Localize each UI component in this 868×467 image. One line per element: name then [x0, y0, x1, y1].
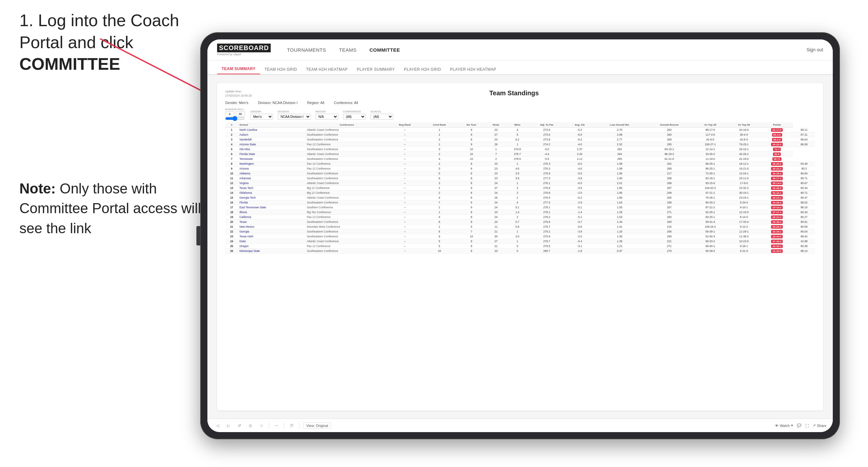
cell-18-8: 278.2 — [528, 215, 565, 220]
cell-24-13: 9-18-1 — [727, 244, 761, 249]
cell-0-8: 273.5 — [528, 128, 565, 132]
nav-teams[interactable]: TEAMS — [339, 45, 356, 54]
cell-7-12: 86-25-1 — [693, 161, 727, 166]
cell-18-2: Pac-12 Conference — [306, 215, 388, 220]
toolbar-menu[interactable]: ⋯ — [273, 422, 280, 429]
cell-10-1: Arkansas — [238, 176, 306, 181]
watch-btn[interactable]: 👁 Watch ▾ — [775, 424, 793, 428]
cell-7-14: 39-20-1 — [761, 161, 793, 166]
cell-4-12: 12-14-1 — [693, 147, 727, 152]
cell-23-12: 90-33-2 — [693, 239, 727, 244]
nav-committee[interactable]: COMMITTEE — [370, 45, 400, 54]
toolbar-forward[interactable]: ▷ — [225, 422, 232, 429]
cell-7-6: 23 — [486, 161, 506, 166]
subnav-player-summary[interactable]: PLAYER SUMMARY — [352, 65, 400, 74]
cell-13-7: 2 — [506, 191, 528, 195]
cell-22-1: Texas A&M — [238, 234, 306, 239]
cell-7-0: 8 — [225, 161, 238, 166]
cell-25-2: Southeastern Conference — [306, 249, 388, 253]
min-slider[interactable] — [225, 117, 245, 120]
cell-2-7: 6.2 — [506, 137, 528, 142]
col-overall: Overall Record — [645, 122, 693, 128]
cell-10-0: 11 — [225, 176, 238, 181]
watch-label: Watch — [780, 424, 790, 428]
subnav-player-h2h-grid[interactable]: PLAYER H2H GRID — [399, 65, 445, 74]
cell-15-11: 258 — [645, 200, 693, 205]
cell-23-3: – — [388, 239, 422, 244]
cell-9-0: 10 — [225, 171, 238, 176]
cell-10-5: 8 — [458, 176, 486, 181]
fullscreen-btn[interactable]: ⛶ — [805, 424, 809, 428]
school-select[interactable]: (All) — [371, 114, 393, 120]
nav-tournaments[interactable]: TOURNAMENTS — [287, 45, 326, 54]
cell-11-1: Virginia — [238, 181, 306, 186]
cell-8-3: – — [388, 166, 422, 171]
cell-12-10: 1.85 — [594, 186, 645, 191]
cell-19-11: 269 — [645, 220, 693, 224]
toolbar-clock[interactable]: ⏱ — [288, 422, 295, 429]
view-original-btn[interactable]: View: Original — [303, 423, 331, 429]
cell-2-0: 3 — [225, 137, 238, 142]
cell-1-9: -6.0 — [565, 132, 594, 137]
sign-out[interactable]: Sign out — [807, 47, 823, 52]
cell-21-15: 80.54 — [793, 229, 815, 234]
cell-7-1: Washington — [238, 161, 306, 166]
cell-6-2: Southeastern Conference — [306, 157, 388, 161]
cell-14-9: -6.2 — [565, 195, 594, 200]
cell-11-14: 35-14-0 — [761, 181, 793, 186]
cell-9-5: 8 — [458, 171, 486, 176]
side-handle — [196, 226, 200, 245]
cell-13-15: 80.71 — [793, 191, 815, 195]
toolbar-refresh[interactable]: ↺ — [236, 422, 243, 429]
cell-25-3: – — [388, 249, 422, 253]
cell-3-14: 43-23-1 — [761, 142, 793, 147]
comment-btn[interactable]: 💬 — [797, 424, 802, 428]
toolbar-bookmark[interactable]: ☆ — [258, 422, 265, 429]
subnav-team-summary[interactable]: TEAM SUMMARY — [217, 64, 260, 74]
table-row: 19CaliforniaPac-12 Conference–48242278.2… — [225, 215, 815, 220]
subnav-team-h2h-heatmap[interactable]: TEAM H2H HEATMAP — [301, 65, 352, 74]
cell-20-10: 1.41 — [594, 224, 645, 229]
cell-23-2: Atlantic Coast Conference — [306, 239, 388, 244]
region-select[interactable]: N/A — [316, 114, 338, 120]
cell-0-12: 88-17-0 — [693, 128, 727, 132]
gender-select[interactable]: Men's — [250, 114, 273, 120]
cell-16-2: Southern Conference — [306, 205, 388, 210]
cell-15-7: 4 — [506, 200, 528, 205]
conference-select[interactable]: (All) — [343, 114, 366, 120]
cell-24-3: – — [388, 244, 422, 249]
cell-6-13: 41-19-0 — [727, 157, 761, 161]
cell-15-4: 7 — [422, 200, 458, 205]
cell-6-8: -5.5 — [528, 157, 565, 161]
cell-16-13: 9-10-1 — [727, 205, 761, 210]
toolbar-home[interactable]: ⊙ — [247, 422, 254, 429]
cell-11-11: 268 — [645, 181, 693, 186]
subnav-team-h2h-grid[interactable]: TEAM H2H GRID — [260, 65, 302, 74]
cell-17-10: 1.28 — [594, 210, 645, 215]
cell-2-4: 2 — [422, 137, 458, 142]
cell-18-0: 19 — [225, 215, 238, 220]
cell-3-13: 79-25-1 — [727, 142, 761, 147]
subnav-player-h2h-heatmap[interactable]: PLAYER H2H HEATMAP — [445, 65, 501, 74]
cell-11-2: Atlantic Coast Conference — [306, 181, 388, 186]
cell-19-4: 8 — [422, 220, 458, 224]
share-label: Share — [817, 424, 826, 428]
division-select[interactable]: NCAA Division I — [278, 114, 311, 120]
cell-23-9: -0.4 — [565, 239, 594, 244]
cell-16-6: 24 — [486, 205, 506, 210]
cell-11-10: 2.01 — [594, 181, 645, 186]
cell-16-11: 267 — [645, 205, 693, 210]
cell-24-9: -3.1 — [565, 244, 594, 249]
cell-19-6: 24 — [486, 220, 506, 224]
toolbar-divider-3 — [299, 423, 300, 429]
cell-18-12: 83-25-1 — [693, 215, 727, 220]
cell-13-9: -2.5 — [565, 191, 594, 195]
cell-10-11: 268 — [645, 176, 693, 181]
toolbar-back[interactable]: ◁ — [214, 422, 221, 429]
cell-16-3: – — [388, 205, 422, 210]
cell-3-3: – — [388, 142, 422, 147]
cell-13-11: 209 — [645, 191, 693, 195]
cell-1-6: 27 — [486, 132, 506, 137]
cell-16-5: 9 — [458, 205, 486, 210]
share-btn[interactable]: ↗ Share — [813, 424, 826, 428]
